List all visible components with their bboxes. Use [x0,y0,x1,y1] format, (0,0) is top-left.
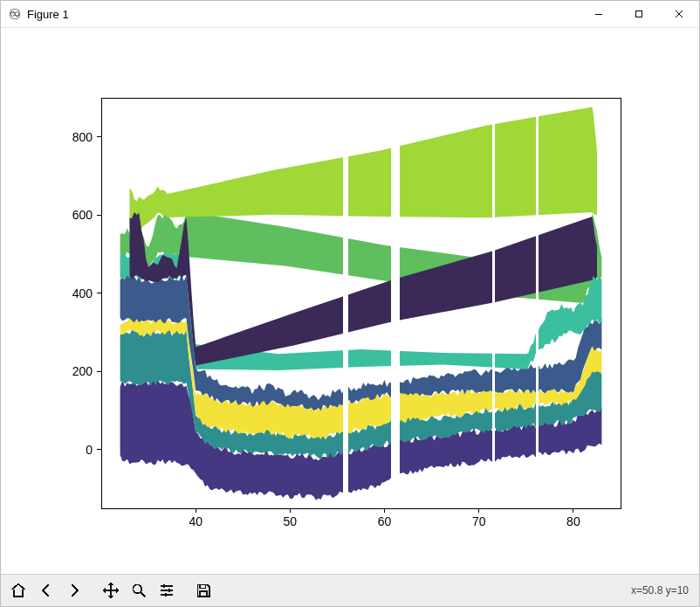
svg-text:600: 600 [72,208,93,222]
svg-rect-40 [200,584,206,588]
save-icon [195,582,212,599]
back-button[interactable] [32,576,60,604]
svg-rect-28 [391,99,400,507]
svg-text:60: 60 [378,514,392,528]
zoom-icon [130,582,148,599]
svg-text:200: 200 [72,364,93,378]
svg-rect-27 [343,99,348,507]
home-icon [10,582,27,599]
svg-rect-39 [165,593,168,596]
figure-area[interactable]: 40506070800200400600800 [1,28,699,574]
titlebar: Figure 1 [1,1,699,28]
arrow-left-icon [38,582,55,599]
svg-text:400: 400 [72,286,93,300]
svg-text:50: 50 [284,514,298,528]
svg-text:40: 40 [189,514,202,528]
arrow-right-icon [65,582,83,599]
svg-rect-37 [163,584,166,587]
svg-rect-41 [200,591,207,597]
maximize-button[interactable] [619,1,659,27]
save-button[interactable] [189,576,217,604]
svg-rect-29 [492,99,495,507]
minimize-button[interactable] [579,1,619,27]
app-icon [8,7,22,21]
window-title: Figure 1 [27,8,69,21]
nav-toolbar: x=50.8 y=10 [1,574,699,606]
svg-text:70: 70 [472,514,486,528]
svg-point-32 [133,584,141,593]
svg-text:80: 80 [566,514,580,528]
cursor-coords: x=50.8 y=10 [631,584,696,597]
forward-button[interactable] [60,576,88,604]
home-button[interactable] [4,576,32,604]
svg-rect-38 [168,589,171,591]
chart-canvas[interactable]: 40506070800200400600800 [1,28,699,574]
svg-rect-30 [536,99,539,507]
sliders-icon [158,582,175,599]
svg-text:800: 800 [72,130,93,144]
pan-button[interactable] [97,576,125,604]
move-icon [102,582,120,599]
zoom-button[interactable] [125,576,153,604]
close-button[interactable] [659,1,699,27]
svg-line-33 [141,593,146,597]
window: Figure 1 40506070800200400600800 [0,0,700,607]
configure-subplots-button[interactable] [153,576,181,604]
svg-text:0: 0 [86,443,93,457]
svg-rect-2 [636,11,642,17]
